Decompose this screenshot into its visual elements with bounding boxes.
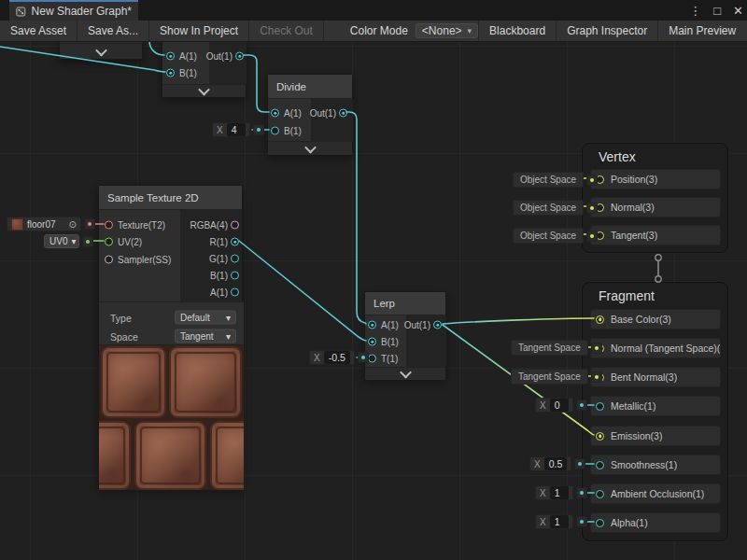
row-label: Normal(3) xyxy=(611,202,655,213)
maximize-icon[interactable]: □ xyxy=(713,5,721,17)
port-alpha[interactable] xyxy=(596,519,604,527)
row-label: Bent Normal(3) xyxy=(611,371,677,383)
fragment-row-metallic[interactable]: Metallic(1) xyxy=(590,396,721,416)
divide-node[interactable]: Divide A(1) B(1) Out(1) xyxy=(267,74,353,154)
lerp-t-value-field[interactable]: X -0.5 xyxy=(309,350,355,365)
port-rgba[interactable] xyxy=(231,221,239,230)
ambient-occlusion-value-field[interactable]: X 1 xyxy=(535,485,573,500)
vertex-row-normal[interactable]: Normal(3) xyxy=(590,197,721,217)
field-value[interactable]: 0.5 xyxy=(544,457,568,470)
fragment-block-title: Fragment xyxy=(599,288,655,303)
fragment-block[interactable]: Fragment Base Color(3) Normal (Tangent S… xyxy=(582,282,728,541)
port-a[interactable] xyxy=(166,52,175,61)
port-emission[interactable] xyxy=(596,432,604,441)
main-preview-button[interactable]: Main Preview xyxy=(657,21,747,41)
title-bar: New Shader Graph* ⋮ □ ✕ xyxy=(0,0,747,21)
fragment-row-base-color[interactable]: Base Color(3) xyxy=(590,309,721,329)
port-a[interactable] xyxy=(271,109,279,118)
alpha-value-field[interactable]: X 1 xyxy=(535,514,573,529)
alpha-value-widget: X 1 xyxy=(535,514,587,529)
field-value[interactable]: 1 xyxy=(550,486,569,499)
lerp-node[interactable]: Lerp A(1) B(1) T(1) Out(1) xyxy=(364,291,446,379)
port-b[interactable] xyxy=(231,272,239,280)
port-a[interactable] xyxy=(231,288,239,297)
fragment-row-alpha[interactable]: Alpha(1) xyxy=(590,512,721,533)
space-selector-badge[interactable]: Object Space xyxy=(513,200,584,216)
field-value[interactable]: 1 xyxy=(550,515,569,528)
fragment-row-smoothness[interactable]: Smoothness(1) xyxy=(590,455,721,475)
expand-chevron-button[interactable] xyxy=(60,43,142,59)
tab-title: New Shader Graph* xyxy=(32,5,132,18)
texture-asset-field[interactable]: floor07 ⊙ xyxy=(7,217,81,231)
port-uv-label: UV(2) xyxy=(118,237,142,247)
space-selector-badge[interactable]: Object Space xyxy=(513,228,584,244)
port-b[interactable] xyxy=(271,127,279,135)
bent-normal-space-widget: Tangent Space xyxy=(511,369,602,385)
type-dropdown[interactable]: Default ▾ xyxy=(175,311,236,325)
port-out-label: Out(1) xyxy=(310,108,336,119)
sample-texture-2d-node[interactable]: Sample Texture 2D Texture(T2) UV(2) Samp… xyxy=(98,185,243,488)
port-out[interactable] xyxy=(339,109,347,118)
fragment-row-ambient-occlusion[interactable]: Ambient Occlusion(1) xyxy=(590,483,721,504)
position-space-widget: Object Space xyxy=(513,172,598,188)
row-label: Tangent(3) xyxy=(611,230,657,241)
connector-dot xyxy=(576,399,587,411)
show-in-project-button[interactable]: Show In Project xyxy=(149,21,249,41)
close-icon[interactable]: ✕ xyxy=(733,5,743,17)
divide-b-value-field[interactable]: X 4 xyxy=(212,122,250,137)
space-selector-badge[interactable]: Tangent Space xyxy=(511,340,588,356)
field-value[interactable]: -0.5 xyxy=(324,351,350,364)
port-a[interactable] xyxy=(368,321,376,329)
fragment-row-emission[interactable]: Emission(3) xyxy=(590,426,721,446)
port-sampler[interactable] xyxy=(105,256,113,264)
connector-dot xyxy=(576,516,587,527)
blackboard-button[interactable]: Blackboard xyxy=(478,21,556,41)
port-out[interactable] xyxy=(235,52,244,61)
vertex-row-tangent[interactable]: Tangent(3) xyxy=(590,225,721,245)
collapse-chevron-button[interactable] xyxy=(365,367,445,380)
tab-new-shader-graph[interactable]: New Shader Graph* xyxy=(9,0,138,21)
uv-channel-dropdown[interactable]: UV0 ▾ xyxy=(44,234,79,248)
port-smoothness[interactable] xyxy=(596,461,604,469)
collapse-chevron-button[interactable] xyxy=(162,84,246,97)
vertex-block[interactable]: Vertex Position(3) Normal(3) Tangent(3) xyxy=(582,143,728,253)
port-a-label: A(1) xyxy=(210,287,228,298)
port-b[interactable] xyxy=(166,69,175,77)
port-ambient-occlusion[interactable] xyxy=(596,490,604,498)
port-g[interactable] xyxy=(231,255,239,263)
smoothness-value-field[interactable]: X 0.5 xyxy=(529,456,571,471)
space-dropdown[interactable]: Tangent ▾ xyxy=(175,329,236,343)
port-texture[interactable] xyxy=(105,221,113,230)
color-mode-dropdown[interactable]: <None> ▾ xyxy=(416,23,478,38)
object-picker-icon[interactable]: ⊙ xyxy=(69,219,77,230)
texture-thumbnail xyxy=(11,218,23,231)
vertex-row-position[interactable]: Position(3) xyxy=(590,169,721,189)
save-as-button[interactable]: Save As... xyxy=(78,21,149,41)
normal-space-widget: Tangent Space xyxy=(511,340,602,356)
field-prefix: X xyxy=(540,400,546,411)
port-base-color[interactable] xyxy=(596,315,604,324)
port-uv[interactable] xyxy=(105,238,113,246)
fragment-row-bent-normal[interactable]: Bent Normal(3) xyxy=(590,367,721,387)
space-selector-badge[interactable]: Tangent Space xyxy=(511,369,588,385)
port-out[interactable] xyxy=(433,321,442,329)
port-b[interactable] xyxy=(368,338,376,346)
port-metallic[interactable] xyxy=(596,402,604,411)
fragment-row-normal[interactable]: Normal (Tangent Space)(3) xyxy=(590,338,721,358)
color-mode-label: Color Mode xyxy=(343,21,416,41)
field-value[interactable]: 4 xyxy=(227,123,246,136)
metallic-value-field[interactable]: X 0 xyxy=(535,398,573,413)
space-selector-badge[interactable]: Object Space xyxy=(513,172,584,188)
row-label: Normal (Tangent Space)(3) xyxy=(611,343,721,354)
graph-inspector-button[interactable]: Graph Inspector xyxy=(556,21,657,41)
port-t[interactable] xyxy=(368,355,376,363)
port-b-label: B(1) xyxy=(210,271,228,281)
field-value[interactable]: 0 xyxy=(550,399,569,412)
top-partial-node[interactable]: A(1) B(1) Out(1) xyxy=(162,38,247,96)
port-b-label: B(1) xyxy=(179,68,197,78)
collapse-chevron-button[interactable] xyxy=(268,141,352,155)
port-r[interactable] xyxy=(231,238,239,246)
toolbar: Save Asset Save As... Show In Project Ch… xyxy=(0,21,747,42)
more-options-icon[interactable]: ⋮ xyxy=(689,5,701,17)
save-asset-button[interactable]: Save Asset xyxy=(0,21,78,41)
